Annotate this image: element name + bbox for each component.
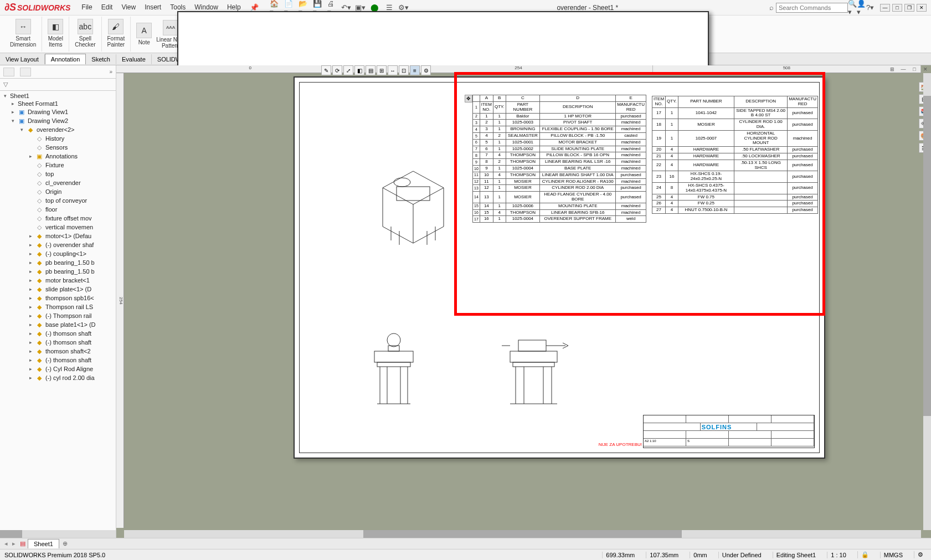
tree-item[interactable]: ▸◆(-) thomson shaft [0,356,116,364]
expand-icon[interactable]: ▸ [28,340,33,345]
tree-item[interactable]: ▸◆base plate1<1> (D [0,320,116,329]
tree-item[interactable]: ▸◆motor bracket<1 [0,276,116,285]
tree-item[interactable]: ▸◆pb bearing_1.50 b [0,258,116,267]
user-icon[interactable]: 👤▾ [857,3,866,12]
expand-icon[interactable]: ▸ [10,109,16,115]
tree-item[interactable]: ▸◆(-) overender shaf [0,240,116,249]
tree-item[interactable]: ▸◆thomson shaft<2 [0,347,116,356]
canvas-vscroll[interactable] [923,73,931,530]
add-sheet-icon[interactable]: ⊕ [59,540,71,547]
expand-icon[interactable]: ▸ [28,278,33,283]
expand-icon[interactable]: ▸ [10,101,16,106]
ctx-icon-3[interactable]: ⤢ [343,65,353,75]
fm-tab-tree[interactable] [3,68,14,76]
tree-item[interactable]: ▸◆(-) coupling<1> [0,249,116,258]
tree-item[interactable]: ◇Fixture [0,161,116,169]
tree-item[interactable]: ◇top [0,169,116,178]
expand-icon[interactable]: ▸ [28,304,33,310]
expand-icon[interactable]: ▸ [28,313,33,318]
tree-item[interactable]: ▸◆thompson spb16< [0,294,116,302]
menu-edit[interactable]: Edit [101,3,113,12]
tree-item[interactable]: ▸◆(-) thomson shaft [0,329,116,338]
fm-hscroll[interactable] [0,530,116,538]
expand-icon[interactable]: ▾ [2,93,8,99]
expand-icon[interactable]: ▸ [28,242,33,248]
title-block[interactable]: SOLFINS A2 1:10S [643,415,815,448]
tree-item[interactable]: ▸◆slide plate<1> (D [0,285,116,294]
tab-view-layout[interactable]: View Layout [0,54,45,64]
tree-item[interactable]: ▸◆motor<1> (Defau [0,232,116,240]
status-lock-icon[interactable]: 🔒 [857,551,872,558]
tree-item[interactable]: ◇cl_overender [0,178,116,187]
sheet-tab-1[interactable]: Sheet1 [28,539,59,548]
model-items-button[interactable]: ◧ Model Items [45,18,65,49]
tree-item[interactable]: ▸◆(-) Cyl Rod Aligne [0,364,116,373]
fm-hscroll-thumb[interactable] [0,530,22,538]
note-button[interactable]: A Note [134,22,154,47]
format-painter-button[interactable]: 🖌 Format Painter [105,18,127,49]
spell-checker-button[interactable]: abc Spell Checker [73,18,97,49]
search-commands-input[interactable] [776,3,848,13]
tree-item[interactable]: ▾▤Sheet1 [0,92,116,100]
prev-sheet-icon[interactable]: ◂ [2,540,10,547]
expand-icon[interactable]: ▸ [28,348,33,354]
doc-close-icon[interactable]: ✕ [921,65,930,73]
feature-tree[interactable]: ▾▤Sheet1▸▤Sheet Format1▸▣Drawing View1▾▣… [0,91,116,530]
expand-icon[interactable]: ▸ [28,322,33,327]
canvas-vscroll-thumb[interactable] [923,96,931,416]
tree-item[interactable]: ▸◆(-) thomson shaft [0,338,116,347]
expand-icon[interactable]: ▾ [19,127,24,132]
ctx-icon-7[interactable]: ↔ [388,65,398,75]
tree-item[interactable]: ▾◆overender<2> [0,125,116,134]
tree-item[interactable]: ▸◆(-) cyl rod 2.00 dia [0,373,116,382]
ctx-icon-1[interactable]: ✎ [321,65,331,75]
tree-item[interactable]: ◇fixture offset mov [0,214,116,223]
tree-item[interactable]: ▸▤Sheet Format1 [0,100,116,107]
ctx-icon-2[interactable]: ⟳ [332,65,342,75]
fm-tab-prop[interactable] [20,68,31,76]
expand-icon[interactable]: ▸ [28,366,33,372]
ctx-icon-5[interactable]: ▤ [366,65,376,75]
status-cog-icon[interactable]: ⚙ [914,551,927,558]
expand-icon[interactable]: ▾ [10,118,16,124]
tree-item[interactable]: ◇Origin [0,187,116,196]
search-dropdown-icon[interactable]: 🔍▾ [848,3,857,12]
tree-item[interactable]: ◇vertical movemen [0,223,116,232]
iso-view[interactable] [366,155,460,249]
expand-icon[interactable]: ▸ [28,260,33,265]
minimize-button[interactable]: — [880,4,890,12]
expand-icon[interactable]: ▸ [28,295,33,301]
tree-item[interactable]: ◇top of conveyor [0,196,116,205]
tab-sketch[interactable]: Sketch [86,54,116,64]
expand-icon[interactable]: ▸ [28,286,33,292]
front-view[interactable] [361,321,427,409]
tree-item[interactable]: ▸▣Annotations [0,152,116,161]
tab-evaluate[interactable]: Evaluate [116,54,152,64]
maximize2-button[interactable]: ❐ [904,4,914,12]
doc-split-icon[interactable]: ⊞ [888,65,897,73]
ctx-icon-8[interactable]: ⊡ [399,65,409,75]
smart-dimension-button[interactable]: ↔ Smart Dimension [8,18,38,49]
canvas-hscroll[interactable] [124,530,921,538]
tree-item[interactable]: ▸▣Drawing View1 [0,107,116,116]
ctx-icon-6[interactable]: ⊞ [377,65,387,75]
expand-icon[interactable]: ▸ [28,251,33,256]
expand-icon[interactable]: ▸ [28,357,33,363]
tree-item[interactable]: ◇Sensors [0,143,116,152]
tree-item[interactable]: ▾▣Drawing View2 [0,116,116,125]
help-icon[interactable]: ?▾ [866,3,875,12]
ctx-icon-10[interactable]: ⚙ [421,65,431,75]
menu-view[interactable]: View [121,3,136,12]
expand-icon[interactable]: ▸ [28,153,33,159]
expand-icon[interactable]: ▸ [28,331,33,336]
doc-min-icon[interactable]: — [899,65,908,73]
doc-max-icon[interactable]: □ [910,65,919,73]
canvas-hscroll-thumb[interactable] [363,530,682,538]
status-units[interactable]: MMGS [880,552,906,558]
tree-item[interactable]: ◇floor [0,205,116,214]
tree-item[interactable]: ▸◆Thompson rail LS [0,302,116,311]
maximize-button[interactable]: □ [892,4,902,12]
tree-item[interactable]: ▸◆pb bearing_1.50 b [0,267,116,276]
ctx-icon-4[interactable]: ◧ [354,65,364,75]
next-sheet-icon[interactable]: ▸ [10,540,18,547]
